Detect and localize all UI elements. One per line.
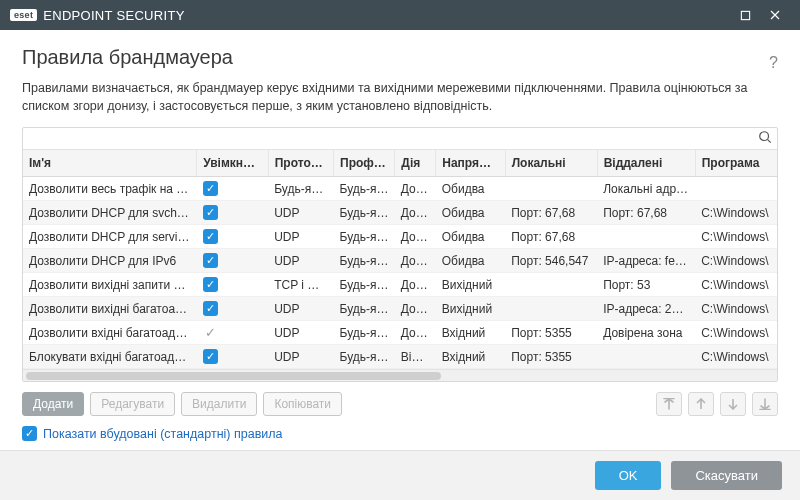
table-row[interactable]: Дозволити DHCP для svcho…UDPБудь-як…До…О… bbox=[23, 201, 777, 225]
cell-protocol: Будь-який bbox=[268, 177, 333, 201]
table-row[interactable]: Дозволити весь трафік на к…Будь-якийБудь… bbox=[23, 177, 777, 201]
cell-protocol: UDP bbox=[268, 345, 333, 369]
rules-table-container: Ім'я Увімкнено Протокол Профіль Дія Напр… bbox=[22, 127, 778, 382]
col-remote[interactable]: Віддалені bbox=[597, 150, 695, 177]
search-icon[interactable] bbox=[758, 130, 772, 147]
horizontal-scrollbar-track[interactable] bbox=[23, 369, 777, 381]
col-profile[interactable]: Профіль bbox=[334, 150, 395, 177]
cell-action: До… bbox=[395, 273, 436, 297]
cell-name: Дозволити DHCP для svcho… bbox=[23, 201, 197, 225]
edit-button[interactable]: Редагувати bbox=[90, 392, 175, 416]
cell-remote bbox=[597, 345, 695, 369]
col-direction[interactable]: Напрямок bbox=[436, 150, 505, 177]
table-row[interactable]: Дозволити вхідні багатоадр…UDPБудь-як…До… bbox=[23, 321, 777, 345]
cell-enabled[interactable] bbox=[197, 297, 269, 321]
show-builtin-label: Показати вбудовані (стандартні) правила bbox=[43, 427, 283, 441]
enabled-checkbox-icon bbox=[203, 205, 218, 220]
cell-local: Порт: 5355 bbox=[505, 321, 597, 345]
cell-local bbox=[505, 297, 597, 321]
action-button-row: Додати Редагувати Видалити Копіювати bbox=[22, 392, 778, 416]
enabled-checkbox-icon bbox=[203, 349, 218, 364]
cell-remote: Локальні адре… bbox=[597, 177, 695, 201]
cell-action: Від… bbox=[395, 345, 436, 369]
cell-remote: Порт: 53 bbox=[597, 273, 695, 297]
table-row[interactable]: Дозволити вихідні багатоад…UDPБудь-як…До… bbox=[23, 297, 777, 321]
cell-direction: Вихідний bbox=[436, 297, 505, 321]
move-down-button[interactable] bbox=[720, 392, 746, 416]
cell-name: Дозволити вихідні запити D… bbox=[23, 273, 197, 297]
cell-profile: Будь-як… bbox=[334, 297, 395, 321]
cell-profile: Будь-як… bbox=[334, 249, 395, 273]
cell-name: Дозволити вхідні багатоадр… bbox=[23, 321, 197, 345]
cell-action: До… bbox=[395, 297, 436, 321]
col-enabled[interactable]: Увімкнено bbox=[197, 150, 269, 177]
col-protocol[interactable]: Протокол bbox=[268, 150, 333, 177]
table-row[interactable]: Дозволити DHCP для servic…UDPБудь-як…До…… bbox=[23, 225, 777, 249]
enabled-checkbox-icon bbox=[203, 229, 218, 244]
col-action[interactable]: Дія bbox=[395, 150, 436, 177]
cell-local: Порт: 5355 bbox=[505, 345, 597, 369]
cell-enabled[interactable] bbox=[197, 321, 269, 345]
horizontal-scrollbar-thumb[interactable] bbox=[26, 372, 441, 380]
cell-app: C:\Windows\ bbox=[695, 225, 777, 249]
cell-app: C:\Windows\ bbox=[695, 201, 777, 225]
cell-enabled[interactable] bbox=[197, 177, 269, 201]
cell-local: Порт: 546,547 bbox=[505, 249, 597, 273]
cell-enabled[interactable] bbox=[197, 249, 269, 273]
add-button[interactable]: Додати bbox=[22, 392, 84, 416]
cell-enabled[interactable] bbox=[197, 225, 269, 249]
cell-enabled[interactable] bbox=[197, 201, 269, 225]
cell-profile: Будь-як… bbox=[334, 321, 395, 345]
delete-button[interactable]: Видалити bbox=[181, 392, 257, 416]
cell-enabled[interactable] bbox=[197, 345, 269, 369]
window-close-button[interactable] bbox=[760, 0, 790, 30]
enabled-checkbox-icon bbox=[203, 301, 218, 316]
help-icon[interactable]: ? bbox=[769, 54, 778, 72]
show-builtin-checkbox[interactable]: Показати вбудовані (стандартні) правила bbox=[22, 426, 778, 441]
dialog-footer: OK Скасувати bbox=[0, 450, 800, 500]
cell-name: Дозволити DHCP для IPv6 bbox=[23, 249, 197, 273]
window-maximize-button[interactable] bbox=[730, 0, 760, 30]
ok-button[interactable]: OK bbox=[595, 461, 662, 490]
col-local[interactable]: Локальні bbox=[505, 150, 597, 177]
enabled-checkbox-icon bbox=[203, 253, 218, 268]
cell-direction: Обидва bbox=[436, 201, 505, 225]
col-app[interactable]: Програма bbox=[695, 150, 777, 177]
move-bottom-button[interactable] bbox=[752, 392, 778, 416]
cell-name: Дозволити весь трафік на к… bbox=[23, 177, 197, 201]
cell-app: C:\Windows\ bbox=[695, 345, 777, 369]
cell-action: До… bbox=[395, 321, 436, 345]
cell-direction: Обидва bbox=[436, 177, 505, 201]
cell-action: До… bbox=[395, 225, 436, 249]
cell-direction: Вихідний bbox=[436, 273, 505, 297]
col-name[interactable]: Ім'я bbox=[23, 150, 197, 177]
checkbox-icon bbox=[22, 426, 37, 441]
move-top-button[interactable] bbox=[656, 392, 682, 416]
svg-rect-0 bbox=[741, 11, 749, 19]
cell-protocol: UDP bbox=[268, 225, 333, 249]
brand: eset ENDPOINT SECURITY bbox=[10, 8, 185, 23]
cell-app: C:\Windows\ bbox=[695, 321, 777, 345]
cancel-button[interactable]: Скасувати bbox=[671, 461, 782, 490]
cell-action: До… bbox=[395, 177, 436, 201]
cell-app: C:\Windows\ bbox=[695, 249, 777, 273]
copy-button[interactable]: Копіювати bbox=[263, 392, 342, 416]
table-row[interactable]: Дозволити вихідні запити D…TCP і UDPБудь… bbox=[23, 273, 777, 297]
cell-protocol: UDP bbox=[268, 249, 333, 273]
cell-name: Дозволити DHCP для servic… bbox=[23, 225, 197, 249]
cell-name: Блокувати вхідні багатоадр… bbox=[23, 345, 197, 369]
cell-profile: Будь-як… bbox=[334, 201, 395, 225]
cell-direction: Обидва bbox=[436, 225, 505, 249]
cell-direction: Вхідний bbox=[436, 345, 505, 369]
cell-remote: Довірена зона bbox=[597, 321, 695, 345]
move-up-button[interactable] bbox=[688, 392, 714, 416]
enabled-checkbox-icon bbox=[203, 277, 218, 292]
table-row[interactable]: Дозволити DHCP для IPv6UDPБудь-як…До…Оби… bbox=[23, 249, 777, 273]
cell-remote: IP-адреса: 224… bbox=[597, 297, 695, 321]
table-row[interactable]: Блокувати вхідні багатоадр…UDPБудь-як…Ві… bbox=[23, 345, 777, 369]
cell-app: C:\Windows\ bbox=[695, 297, 777, 321]
cell-protocol: TCP і UDP bbox=[268, 273, 333, 297]
cell-profile: Будь-як… bbox=[334, 225, 395, 249]
cell-direction: Вхідний bbox=[436, 321, 505, 345]
cell-enabled[interactable] bbox=[197, 273, 269, 297]
